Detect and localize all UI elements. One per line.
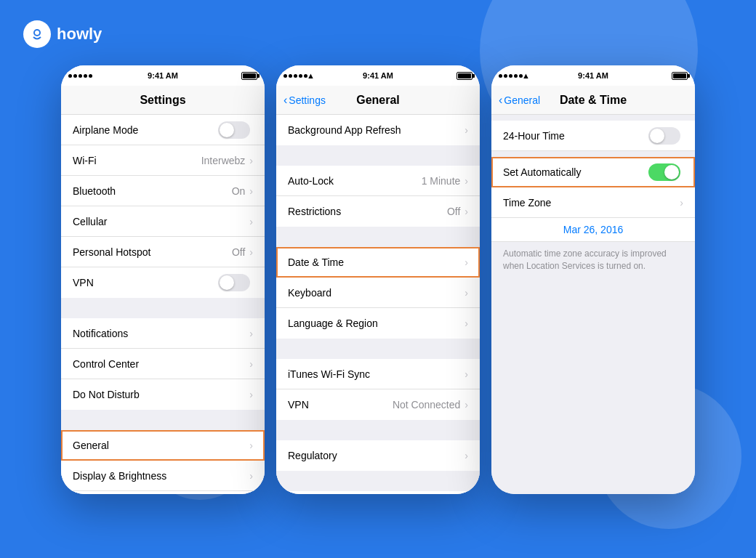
- nav-back-3[interactable]: ‹ General: [499, 94, 540, 107]
- status-bar-2: ▲ 9:41 AM: [276, 65, 480, 86]
- bg-refresh-label: Background App Refresh: [288, 124, 465, 136]
- settings-item-hotspot[interactable]: Personal Hotspot Off ›: [61, 237, 265, 267]
- dt-item-24hour[interactable]: 24-Hour Time: [491, 121, 695, 151]
- settings-item-datetime[interactable]: Date & Time ›: [276, 247, 480, 278]
- nav-title-2: General: [356, 94, 400, 107]
- settings-item-restrictions[interactable]: Restrictions Off ›: [276, 196, 480, 227]
- settings-item-vpn2[interactable]: VPN Not Connected ›: [276, 389, 480, 420]
- signal-2: [284, 74, 307, 78]
- settings-item-bluetooth[interactable]: Bluetooth On ›: [61, 176, 265, 206]
- settings-item-display[interactable]: Display & Brightness ›: [61, 461, 265, 491]
- hotspot-label: Personal Hotspot: [73, 246, 232, 258]
- section-gap-p2-1: [276, 145, 480, 166]
- status-bar-3: ▲ 9:41 AM: [491, 65, 695, 86]
- back-chevron-3: ‹: [499, 94, 502, 107]
- section-2-phone1: Notifications › Control Center › Do Not …: [61, 318, 265, 410]
- regulatory-label: Regulatory: [288, 450, 465, 461]
- hotspot-value: Off: [232, 246, 245, 258]
- nav-back-2[interactable]: ‹ Settings: [284, 94, 326, 107]
- section-2-phone2: Auto-Lock 1 Minute › Restrictions Off ›: [276, 166, 480, 227]
- datetime-label: Date & Time: [288, 256, 465, 268]
- vpn2-label: VPN: [288, 399, 393, 411]
- keyboard-label: Keyboard: [288, 287, 465, 299]
- control-center-label: Control Center: [73, 358, 249, 370]
- settings-item-control-center[interactable]: Control Center ›: [61, 349, 265, 379]
- settings-item-autolock[interactable]: Auto-Lock 1 Minute ›: [276, 166, 480, 196]
- dt-settings-list: 24-Hour Time Set Automatically Time Zone…: [491, 115, 695, 494]
- settings-item-keyboard[interactable]: Keyboard ›: [276, 278, 480, 308]
- status-time-2: 9:41 AM: [363, 71, 393, 80]
- settings-item-regulatory[interactable]: Regulatory ›: [276, 440, 480, 471]
- nav-title-1: Settings: [140, 94, 185, 107]
- phone-datetime: ▲ 9:41 AM ‹ General Date & Time 24-Hour …: [491, 65, 695, 494]
- settings-item-vpn[interactable]: VPN: [61, 267, 265, 298]
- airplane-mode-label: Airplane Mode: [73, 124, 218, 136]
- dt-date-display: Mar 26, 2016: [491, 218, 695, 242]
- settings-item-airplane[interactable]: Airplane Mode: [61, 115, 265, 145]
- itunes-sync-label: iTunes Wi-Fi Sync: [288, 368, 465, 380]
- settings-item-wifi[interactable]: Wi-Fi Interwebz ›: [61, 145, 265, 176]
- restrictions-label: Restrictions: [288, 206, 447, 217]
- bg-refresh-chevron: ›: [465, 124, 468, 136]
- general-chevron: ›: [249, 440, 253, 451]
- airplane-toggle[interactable]: [218, 121, 250, 139]
- control-center-chevron: ›: [249, 358, 253, 370]
- settings-item-notifications[interactable]: Notifications ›: [61, 318, 265, 349]
- wifi-label: Wi-Fi: [73, 155, 201, 166]
- do-not-disturb-label: Do Not Disturb: [73, 389, 249, 400]
- wifi-value: Interwebz: [201, 155, 246, 166]
- datetime-chevron: ›: [465, 256, 468, 268]
- signal-1: [68, 74, 92, 78]
- vpn-toggle[interactable]: [218, 274, 250, 291]
- settings-item-general[interactable]: General ›: [61, 430, 265, 461]
- vpn2-chevron: ›: [465, 399, 468, 411]
- battery-2: [457, 72, 472, 80]
- signal-dot: [68, 74, 72, 78]
- wifi-icon-2: ▲: [307, 71, 315, 80]
- section-1-phone1: Airplane Mode Wi-Fi Interwebz › Bluetoot…: [61, 115, 265, 298]
- 24hour-label: 24-Hour Time: [503, 130, 648, 142]
- status-time-3: 9:41 AM: [578, 71, 608, 80]
- toggle-knob: [220, 123, 234, 137]
- restrictions-value: Off: [447, 206, 460, 217]
- dt-item-set-auto[interactable]: Set Automatically: [491, 157, 695, 187]
- back-label-3: General: [504, 94, 540, 106]
- settings-item-reset[interactable]: Reset ›: [276, 491, 480, 494]
- dt-item-timezone[interactable]: Time Zone ›: [491, 187, 695, 218]
- settings-item-wallpaper[interactable]: Wallpaper ›: [61, 491, 265, 494]
- howly-logo: [23, 20, 51, 48]
- settings-item-do-not-disturb[interactable]: Do Not Disturb ›: [61, 379, 265, 410]
- display-label: Display & Brightness: [73, 470, 249, 482]
- settings-item-cellular[interactable]: Cellular ›: [61, 206, 265, 237]
- settings-list-2: Background App Refresh › Auto-Lock 1 Min…: [276, 115, 480, 494]
- section-gap-p2-2: [276, 227, 480, 247]
- phone-settings: 9:41 AM Settings Airplane Mode Wi-Fi: [61, 65, 265, 494]
- language-label: Language & Region: [288, 318, 465, 329]
- dt-gap-top: [491, 115, 695, 121]
- cellular-label: Cellular: [73, 216, 249, 227]
- section-6-phone2: Reset ›: [276, 491, 480, 494]
- status-bar-1: 9:41 AM: [61, 65, 265, 86]
- notifications-label: Notifications: [73, 328, 249, 339]
- keyboard-chevron: ›: [465, 287, 468, 299]
- 24hour-toggle[interactable]: [648, 127, 680, 145]
- settings-item-itunes-sync[interactable]: iTunes Wi-Fi Sync ›: [276, 359, 480, 389]
- nav-header-3: ‹ General Date & Time: [491, 86, 695, 115]
- cellular-chevron: ›: [249, 216, 253, 227]
- bluetooth-label: Bluetooth: [73, 185, 232, 197]
- settings-item-language[interactable]: Language & Region ›: [276, 308, 480, 339]
- phones-container: 9:41 AM Settings Airplane Mode Wi-Fi: [55, 65, 701, 494]
- howly-brand-name: howly: [57, 25, 102, 44]
- dt-gap-1: [491, 151, 695, 157]
- hotspot-chevron: ›: [249, 246, 253, 258]
- notifications-chevron: ›: [249, 328, 253, 339]
- vpn2-value: Not Connected: [393, 399, 460, 411]
- section-3-phone1: General › Display & Brightness › Wallpap…: [61, 430, 265, 494]
- set-auto-toggle[interactable]: [648, 163, 680, 181]
- section-gap-p2-4: [276, 420, 480, 440]
- settings-item-bg-refresh[interactable]: Background App Refresh ›: [276, 115, 480, 145]
- bluetooth-chevron: ›: [249, 185, 253, 197]
- signal-dot: [73, 74, 77, 78]
- svg-point-1: [35, 31, 39, 35]
- signal-dot: [89, 74, 92, 78]
